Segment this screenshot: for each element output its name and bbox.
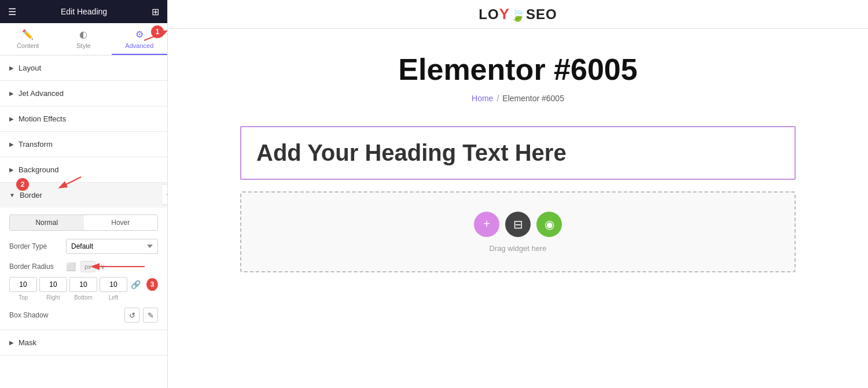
top-bar: LOY🍃SEO xyxy=(168,0,868,29)
chevron-jet-advanced: ▶ xyxy=(9,90,14,97)
section-mask-label: Mask xyxy=(19,338,36,347)
grid-widget-btn[interactable]: ⊟ xyxy=(505,212,531,237)
arrow-annotation-radius xyxy=(87,258,156,275)
sidebar: ☰ Edit Heading ⊞ ✏️ Content ◐ Style ⚙ Ad… xyxy=(0,0,168,388)
label-right: Right xyxy=(39,294,67,301)
radius-inputs-row: 🔗 3 xyxy=(9,277,158,292)
logo: LOY🍃SEO xyxy=(479,5,557,23)
advanced-icon: ⚙ xyxy=(135,29,144,40)
border-type-select[interactable]: Default None Solid Double Dotted Dashed xyxy=(66,239,158,254)
section-transform[interactable]: ▶ Transform xyxy=(0,132,167,157)
radius-corners-icon: ⬜ xyxy=(66,262,76,271)
section-transform-label: Transform xyxy=(19,140,53,149)
shadow-icons: ↺ ✎ xyxy=(124,308,158,323)
tab-style-label: Style xyxy=(76,42,90,49)
radius-inputs-labels: Top Right Bottom Left xyxy=(9,294,158,301)
state-tab-hover[interactable]: Hover xyxy=(84,215,158,230)
sidebar-title: Edit Heading xyxy=(61,7,107,16)
radius-bottom-input[interactable] xyxy=(69,277,97,292)
border-section-label: Border xyxy=(20,191,42,199)
shadow-edit-btn[interactable]: ✎ xyxy=(143,308,158,323)
section-jet-advanced[interactable]: ▶ Jet Advanced xyxy=(0,81,167,106)
label-top: Top xyxy=(9,294,37,301)
chevron-background: ▶ xyxy=(9,167,14,173)
radius-top-input[interactable] xyxy=(9,277,37,292)
section-layout-label: Layout xyxy=(19,64,41,72)
link-values-icon[interactable]: 🔗 xyxy=(131,280,141,289)
tab-content[interactable]: ✏️ Content xyxy=(0,23,56,55)
drop-buttons: + ⊟ ◉ xyxy=(474,212,562,237)
hamburger-icon[interactable]: ☰ xyxy=(8,6,16,17)
radius-unit-toggle[interactable]: ∨ xyxy=(100,263,105,271)
main-content: LOY🍃SEO Elementor #6005 Home / Elementor… xyxy=(168,0,868,388)
chevron-border: ▼ xyxy=(9,192,15,198)
collapse-handle[interactable]: ◀ xyxy=(163,184,168,205)
section-motion-label: Motion Effects xyxy=(19,114,66,123)
section-jet-label: Jet Advanced xyxy=(19,89,64,98)
label-bottom: Bottom xyxy=(69,294,97,301)
tab-content-label: Content xyxy=(17,42,39,49)
page-title: Elementor #6005 xyxy=(398,52,637,87)
content-icon: ✏️ xyxy=(22,29,34,40)
badge-1: 1 xyxy=(151,25,164,38)
border-radius-label: Border Radius xyxy=(9,263,61,271)
box-shadow-row: Box Shadow ↺ ✎ xyxy=(9,308,158,323)
breadcrumb: Home / Elementor #6005 xyxy=(472,94,564,103)
tab-style[interactable]: ◐ Style xyxy=(56,23,111,55)
radius-left-input[interactable] xyxy=(100,277,127,292)
breadcrumb-sep: / xyxy=(496,94,499,103)
breadcrumb-current: Elementor #6005 xyxy=(502,94,564,103)
badge-3: 3 xyxy=(146,278,158,291)
border-radius-row: Border Radius ⬜ px ∨ xyxy=(9,261,158,272)
drop-label: Drag widget here xyxy=(490,244,547,253)
shadow-reset-btn[interactable]: ↺ xyxy=(124,308,139,323)
green-widget-btn[interactable]: ◉ xyxy=(536,212,562,237)
radius-unit[interactable]: px xyxy=(80,261,95,272)
add-widget-btn[interactable]: + xyxy=(474,212,499,237)
heading-widget-text: Add Your Heading Text Here xyxy=(256,140,567,165)
state-tabs: Normal Hover xyxy=(9,215,158,231)
tabs-row: ✏️ Content ◐ Style ⚙ Advanced 1 xyxy=(0,23,167,56)
radius-right-input[interactable] xyxy=(39,277,67,292)
label-left: Left xyxy=(100,294,127,301)
grid-icon[interactable]: ⊞ xyxy=(152,6,159,17)
section-mask[interactable]: ▶ Mask xyxy=(0,330,167,356)
border-header[interactable]: ▼ Border 2 xyxy=(0,183,167,208)
breadcrumb-home[interactable]: Home xyxy=(472,94,493,103)
page-area: Elementor #6005 Home / Elementor #6005 A… xyxy=(168,29,868,388)
border-section: ▼ Border 2 Normal Hover Bord xyxy=(0,183,167,330)
section-layout[interactable]: ▶ Layout xyxy=(0,56,167,81)
chevron-motion: ▶ xyxy=(9,116,14,122)
section-background-label: Background xyxy=(19,165,58,174)
state-tab-normal[interactable]: Normal xyxy=(10,215,84,230)
border-content: Normal Hover Border Type Default None So… xyxy=(0,208,167,330)
sidebar-header: ☰ Edit Heading ⊞ xyxy=(0,0,167,23)
border-type-row: Border Type Default None Solid Double Do… xyxy=(9,239,158,254)
heading-widget[interactable]: Add Your Heading Text Here xyxy=(240,126,796,180)
drop-zone[interactable]: + ⊟ ◉ Drag widget here xyxy=(240,191,796,272)
chevron-layout: ▶ xyxy=(9,65,14,71)
border-type-label: Border Type xyxy=(9,242,61,250)
chevron-mask: ▶ xyxy=(9,339,14,346)
section-motion-effects[interactable]: ▶ Motion Effects xyxy=(0,106,167,132)
tab-advanced-label: Advanced xyxy=(125,42,153,49)
box-shadow-label: Box Shadow xyxy=(9,311,120,319)
style-icon: ◐ xyxy=(79,29,87,40)
badge-2: 2 xyxy=(16,178,29,191)
chevron-transform: ▶ xyxy=(9,141,14,147)
